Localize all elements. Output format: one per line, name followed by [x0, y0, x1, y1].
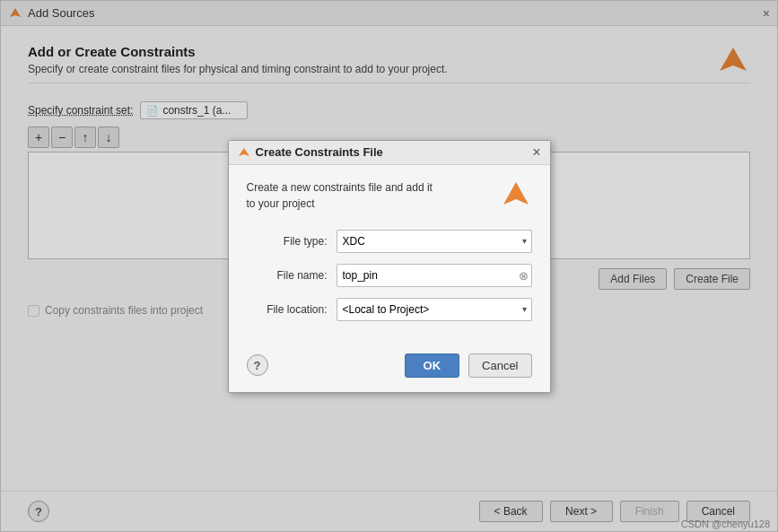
modal-overlay: Create Constraints File × Create a new c…: [1, 1, 777, 531]
dialog-title-left: Create Constraints File: [238, 145, 383, 159]
file-name-label: File name:: [247, 269, 328, 282]
file-location-label: File location:: [247, 303, 328, 316]
file-location-row: File location: <Local to Project> ▾: [247, 298, 532, 321]
dialog-cancel-button[interactable]: Cancel: [468, 353, 531, 378]
svg-marker-2: [239, 148, 249, 156]
dialog-vivado-icon: [238, 146, 250, 159]
svg-marker-3: [503, 182, 529, 205]
dialog-arrow-icon: [500, 179, 532, 212]
file-name-input-wrapper: ⊗: [337, 264, 532, 287]
file-name-input[interactable]: [337, 264, 532, 287]
dialog-title-text: Create Constraints File: [256, 145, 383, 159]
dialog-title-bar: Create Constraints File ×: [229, 141, 550, 165]
file-location-select[interactable]: <Local to Project>: [337, 298, 532, 321]
dialog-header-row: Create a new constraints file and add it…: [247, 179, 532, 212]
dialog-close-button[interactable]: ×: [532, 145, 540, 160]
ok-button[interactable]: OK: [405, 353, 460, 378]
dialog-body: Create a new constraints file and add it…: [229, 165, 550, 346]
input-clear-button[interactable]: ⊗: [519, 269, 529, 281]
file-type-label: File type:: [247, 235, 328, 248]
dialog-footer: ? OK Cancel: [229, 346, 550, 392]
dialog-buttons: OK Cancel: [405, 353, 532, 378]
file-location-select-wrapper: <Local to Project> ▾: [337, 298, 532, 321]
dialog-help-button[interactable]: ?: [247, 354, 268, 376]
file-type-select-wrapper: XDC VCS Other ▾: [337, 230, 532, 253]
dialog-header-text: Create a new constraints file and add it…: [247, 179, 444, 212]
main-window: Add Sources × Add or Create Constraints …: [0, 0, 778, 532]
create-constraints-dialog: Create Constraints File × Create a new c…: [228, 140, 551, 393]
file-name-row: File name: ⊗: [247, 264, 532, 287]
file-type-row: File type: XDC VCS Other ▾: [247, 230, 532, 253]
file-type-select[interactable]: XDC VCS Other: [337, 230, 532, 253]
